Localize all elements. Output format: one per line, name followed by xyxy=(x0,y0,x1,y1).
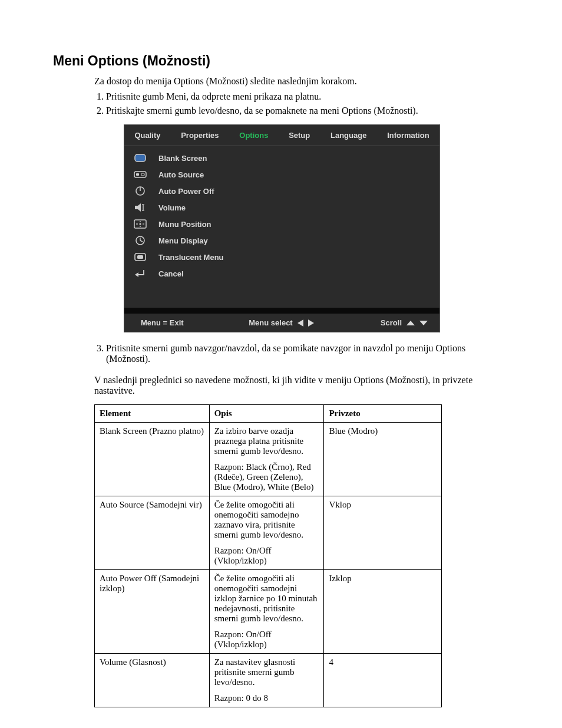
cell-privzeto: Blue (Modro) xyxy=(324,423,442,496)
step-3: Pritisnite smerni gumb navzgor/navzdol, … xyxy=(106,343,509,364)
svg-marker-19 xyxy=(135,272,138,277)
cell-opis-p2: Razpon: Black (Črno), Red (Rdeče), Green… xyxy=(214,462,319,492)
translucent-menu-icon xyxy=(133,252,148,262)
arrow-up-icon xyxy=(406,321,415,325)
osd-item-label: Translucent Menu xyxy=(158,253,224,262)
cell-opis-p2: Razpon: On/Off (Vklop/izklop) xyxy=(214,630,319,650)
osd-tab-bar: Quality Properties Options Setup Languag… xyxy=(124,125,439,146)
svg-rect-18 xyxy=(137,255,143,259)
osd-item-cancel: Cancel xyxy=(124,265,439,282)
osd-item-menu-display: Menu Display xyxy=(124,232,439,249)
page-heading: Meni Options (Možnosti) xyxy=(53,53,509,69)
svg-rect-3 xyxy=(141,173,144,176)
osd-item-auto-power-off: Auto Power Off xyxy=(124,183,439,199)
menu-position-icon xyxy=(133,219,148,229)
blank-screen-icon xyxy=(133,153,148,163)
osd-menu-screenshot: Quality Properties Options Setup Languag… xyxy=(124,124,440,332)
cell-element: Auto Source (Samodejni vir) xyxy=(95,496,210,570)
cell-opis: Če želite omogočiti ali onemogočiti samo… xyxy=(209,570,324,654)
osd-tab-information: Information xyxy=(377,129,439,142)
osd-footer: Menu = Exit Menu select Scroll xyxy=(124,314,439,332)
osd-item-label: Auto Power Off xyxy=(158,187,214,196)
cell-privzeto: Vklop xyxy=(324,496,442,570)
pre-table-text: V naslednji preglednici so navedene možn… xyxy=(94,375,509,396)
cell-opis-p1: Za nastavitev glasnosti pritisnite smern… xyxy=(214,657,319,687)
cell-privzeto: 4 xyxy=(324,654,442,707)
osd-tab-language: Language xyxy=(320,129,377,142)
cell-opis-p2: Razpon: 0 do 8 xyxy=(214,693,319,703)
cell-element: Blank Screen (Prazno platno) xyxy=(95,423,210,496)
auto-source-icon xyxy=(133,169,148,180)
cell-opis: Za izbiro barve ozadja praznega platna p… xyxy=(209,423,324,496)
cell-opis-p1: Če želite omogočiti ali onemogočiti samo… xyxy=(214,500,319,540)
svg-line-16 xyxy=(140,241,143,242)
osd-item-label: Auto Source xyxy=(158,170,204,179)
col-opis: Opis xyxy=(209,405,324,423)
power-off-icon xyxy=(133,186,148,196)
osd-item-menu-position: Munu Position xyxy=(124,216,439,232)
table-row: Auto Source (Samodejni vir) Če želite om… xyxy=(95,496,442,570)
table-row: Blank Screen (Prazno platno) Za izbiro b… xyxy=(95,423,442,496)
osd-item-blank-screen: Blank Screen xyxy=(124,150,439,166)
osd-footer-scroll: Scroll xyxy=(381,318,402,327)
cell-element: Auto Power Off (Samodejni izklop) xyxy=(95,570,210,654)
steps-list-continued: Pritisnite smerni gumb navzgor/navzdol, … xyxy=(94,343,509,364)
return-icon xyxy=(133,268,148,279)
table-row: Volume (Glasnost) Za nastavitev glasnost… xyxy=(95,654,442,707)
svg-rect-2 xyxy=(136,173,139,176)
osd-tab-properties: Properties xyxy=(171,129,229,142)
cell-opis-p1: Za izbiro barve ozadja praznega platna p… xyxy=(214,426,319,456)
volume-icon xyxy=(133,202,148,213)
step-2: Pritiskajte smerni gumb levo/desno, da s… xyxy=(106,106,509,116)
osd-tab-options: Options xyxy=(229,129,279,142)
svg-point-9 xyxy=(139,223,141,225)
options-table: Element Opis Privzeto Blank Screen (Praz… xyxy=(94,404,442,707)
cell-opis-p2: Razpon: On/Off (Vklop/izklop) xyxy=(214,546,319,566)
menu-display-icon xyxy=(133,235,148,246)
arrow-right-icon xyxy=(308,319,314,327)
osd-item-label: Cancel xyxy=(158,269,184,278)
osd-item-label: Blank Screen xyxy=(158,154,207,163)
intro-text: Za dostop do menija Options (Možnosti) s… xyxy=(94,76,509,87)
cell-opis-p1: Če želite omogočiti ali onemogočiti samo… xyxy=(214,574,319,624)
osd-item-volume: Volume xyxy=(124,199,439,216)
steps-list: Pritisnite gumb Meni, da odprete meni pr… xyxy=(94,91,509,116)
svg-marker-6 xyxy=(135,203,141,212)
svg-rect-0 xyxy=(135,154,146,162)
osd-body: Blank Screen Auto Source Auto Power Off xyxy=(124,146,439,292)
arrow-left-icon xyxy=(297,319,303,327)
osd-item-label: Munu Position xyxy=(158,220,211,229)
osd-item-label: Menu Display xyxy=(158,236,208,245)
osd-item-translucent-menu: Translucent Menu xyxy=(124,249,439,265)
cell-element: Volume (Glasnost) xyxy=(95,654,210,707)
col-element: Element xyxy=(95,405,210,423)
cell-opis: Če želite omogočiti ali onemogočiti samo… xyxy=(209,496,324,570)
table-row: Auto Power Off (Samodejni izklop) Če žel… xyxy=(95,570,442,654)
osd-footer-exit: Menu = Exit xyxy=(141,318,184,327)
cell-opis: Za nastavitev glasnosti pritisnite smern… xyxy=(209,654,324,707)
osd-tab-quality: Quality xyxy=(124,129,171,142)
cell-privzeto: Izklop xyxy=(324,570,442,654)
osd-item-auto-source: Auto Source xyxy=(124,166,439,183)
arrow-down-icon xyxy=(419,321,428,325)
col-privzeto: Privzeto xyxy=(324,405,442,423)
osd-tab-setup: Setup xyxy=(279,129,320,142)
osd-footer-select: Menu select xyxy=(249,318,292,327)
step-1: Pritisnite gumb Meni, da odprete meni pr… xyxy=(106,91,509,102)
osd-item-label: Volume xyxy=(158,203,186,212)
